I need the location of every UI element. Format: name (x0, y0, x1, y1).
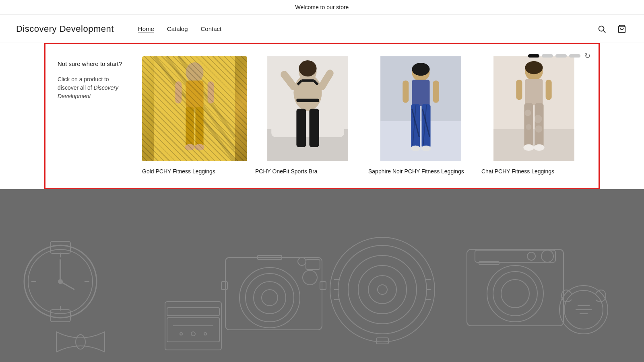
svg-point-20 (299, 60, 316, 76)
brand-logo[interactable]: Discovery Development (16, 24, 114, 34)
svg-point-42 (421, 146, 431, 151)
product-image-1 (142, 56, 247, 161)
svg-rect-30 (380, 121, 461, 161)
nav-item-home[interactable]: Home (138, 25, 154, 32)
slide-dot-3[interactable] (555, 54, 567, 58)
svg-line-4 (154, 56, 235, 161)
product-card-4[interactable]: Chai PCHY Fitness Leggings (481, 56, 586, 176)
product-image-2 (255, 56, 360, 161)
slide-dot-2[interactable] (542, 54, 553, 58)
svg-rect-45 (493, 129, 574, 161)
svg-point-41 (411, 146, 420, 151)
background-section (0, 189, 644, 362)
product-figure-1 (142, 56, 247, 161)
svg-rect-50 (535, 103, 544, 147)
products-grid: Gold PCHY Fitness Leggings (142, 56, 586, 176)
slide-dot-1[interactable] (528, 54, 539, 58)
header-actions (596, 23, 628, 35)
svg-point-57 (523, 144, 534, 151)
product-figure-3 (368, 56, 473, 161)
svg-line-5 (166, 56, 235, 149)
header: Discovery Development Home Catalog Conta… (0, 15, 644, 43)
svg-point-12 (195, 144, 204, 150)
svg-line-6 (178, 56, 235, 137)
search-button[interactable] (596, 23, 608, 35)
svg-point-66 (58, 280, 62, 284)
product-figure-4 (481, 56, 586, 161)
product-figure-2 (255, 56, 360, 161)
svg-rect-24 (296, 99, 319, 102)
svg-rect-25 (296, 109, 306, 147)
announcement-bar: Welcome to our store (0, 0, 644, 15)
featured-heading: Not sure where to start? (58, 60, 130, 67)
cart-button[interactable] (616, 23, 628, 35)
featured-section: ↻ Not sure where to start? Click on a pr… (44, 43, 600, 189)
svg-point-0 (599, 26, 604, 31)
product-card-1[interactable]: Gold PCHY Fitness Leggings (142, 56, 247, 176)
featured-description: Click on a product to discover all of Di… (58, 75, 130, 101)
nav-item-contact[interactable]: Contact (201, 25, 222, 32)
product-name-1: Gold PCHY Fitness Leggings (142, 168, 247, 176)
product-name-3: Sapphire Noir PCHY Fitness Leggings (368, 168, 473, 176)
cart-icon (617, 25, 626, 33)
svg-rect-40 (433, 80, 439, 103)
svg-rect-56 (546, 80, 552, 100)
svg-rect-3 (154, 56, 235, 161)
svg-rect-17 (271, 125, 344, 137)
svg-point-11 (185, 144, 194, 150)
svg-point-47 (525, 61, 543, 74)
svg-point-51 (524, 110, 531, 116)
product-card-2[interactable]: PCHY OneFit Sports Bra (255, 56, 360, 176)
svg-rect-9 (186, 107, 194, 147)
featured-text-panel: Not sure where to start? Click on a prod… (58, 56, 130, 176)
nav-item-catalog[interactable]: Catalog (167, 25, 188, 32)
svg-point-43 (412, 63, 429, 76)
svg-rect-55 (516, 80, 522, 100)
svg-rect-26 (310, 109, 319, 147)
svg-rect-13 (175, 81, 182, 103)
slide-dot-4[interactable] (569, 54, 580, 58)
product-image-4 (481, 56, 586, 161)
svg-rect-8 (186, 80, 203, 109)
product-name-2: PCHY OneFit Sports Bra (255, 168, 360, 176)
slide-indicators: ↻ (528, 51, 590, 60)
svg-point-53 (526, 124, 531, 130)
announcement-text: Welcome to our store (295, 4, 349, 10)
product-image-3 (368, 56, 473, 161)
svg-point-58 (534, 144, 545, 151)
product-card-3[interactable]: Sapphire Noir PCHY Fitness Leggings (368, 56, 473, 176)
svg-rect-10 (196, 107, 204, 147)
svg-rect-14 (208, 81, 214, 103)
background-illustration (0, 189, 644, 362)
search-icon (597, 25, 606, 33)
svg-point-52 (534, 115, 542, 123)
svg-point-7 (186, 62, 203, 82)
svg-rect-39 (402, 80, 409, 103)
svg-point-54 (535, 125, 543, 133)
svg-rect-32 (412, 80, 429, 106)
svg-line-1 (603, 31, 605, 33)
slideshow-refresh-button[interactable]: ↻ (584, 51, 590, 60)
featured-content: Not sure where to start? Click on a prod… (58, 56, 586, 176)
product-name-4: Chai PCHY Fitness Leggings (481, 168, 586, 176)
main-nav: Home Catalog Contact (138, 25, 221, 32)
svg-rect-48 (525, 79, 543, 105)
main-content: ↻ Not sure where to start? Click on a pr… (0, 43, 644, 362)
